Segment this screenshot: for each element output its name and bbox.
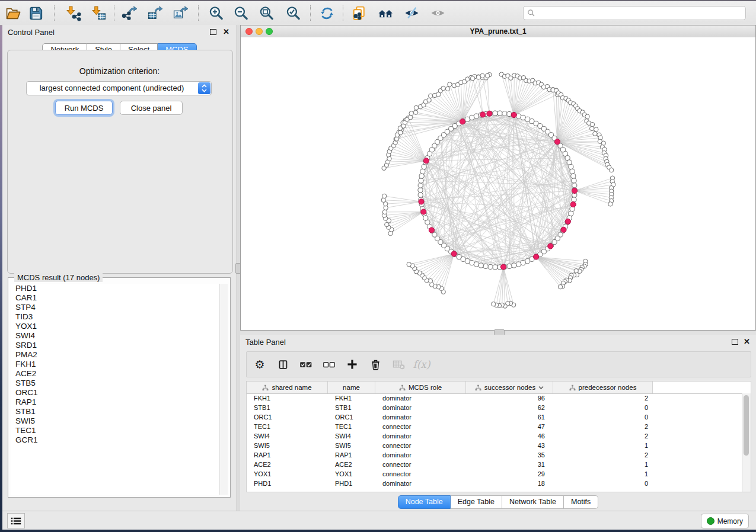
tab-edge-table[interactable]: Edge Table xyxy=(451,495,502,509)
network-canvas[interactable] xyxy=(241,37,755,330)
cell-shared_name: SWI5 xyxy=(247,441,328,450)
table-row-STB1[interactable]: STB1STB1dominator620 xyxy=(247,403,653,412)
tab-network-table[interactable]: Network Table xyxy=(502,495,564,509)
cell-shared_name: FKH1 xyxy=(247,393,328,403)
cell-predecessor_nodes: 0 xyxy=(553,403,653,412)
table-row-SWI4[interactable]: SWI4SWI4dominator462 xyxy=(247,431,653,441)
toolbar-separator xyxy=(343,5,343,21)
search-box[interactable] xyxy=(523,6,746,20)
mcds-result-item[interactable]: SRD1 xyxy=(11,341,219,350)
mcds-result-item[interactable]: SWI4 xyxy=(11,331,219,341)
mcds-result-item[interactable]: STB1 xyxy=(11,407,219,416)
table-row-RAP1[interactable]: RAP1RAP1dominator352 xyxy=(247,450,653,460)
mcds-result-item[interactable]: TEC1 xyxy=(11,426,219,435)
export-network-button[interactable] xyxy=(119,3,139,23)
cell-predecessor_nodes: 1 xyxy=(553,441,653,450)
column-header-successor-nodes[interactable]: successor nodes xyxy=(466,382,553,393)
import-network-button[interactable] xyxy=(63,3,83,23)
table-row-PHD1[interactable]: PHD1PHD1dominator180 xyxy=(247,479,653,488)
mcds-result-item[interactable]: ORC1 xyxy=(11,388,219,398)
tab-node-table[interactable]: Node Table xyxy=(398,495,451,509)
zoom-out-button[interactable] xyxy=(231,3,251,23)
float-panel-icon[interactable] xyxy=(210,29,216,35)
cell-mcds_role: dominator xyxy=(375,450,466,460)
search-input[interactable] xyxy=(538,7,745,19)
deselect-all-button[interactable] xyxy=(319,354,339,374)
table-row-ACE2[interactable]: ACE2ACE2connector311 xyxy=(247,460,653,469)
first-neighbors-button[interactable] xyxy=(375,3,395,23)
export-table-button[interactable] xyxy=(145,3,165,23)
mcds-result-item[interactable]: TID3 xyxy=(11,312,219,322)
cell-successor_nodes: 29 xyxy=(466,469,553,479)
close-panel-icon[interactable]: ✕ xyxy=(223,27,229,37)
table-row-FKH1[interactable]: FKH1FKH1dominator962 xyxy=(247,393,653,403)
cell-successor_nodes: 96 xyxy=(466,393,553,403)
mcds-result-item[interactable]: FKH1 xyxy=(11,360,219,369)
table-panel-tabs: Node TableEdge TableNetwork TableMotifs xyxy=(240,495,756,509)
run-mcds-button[interactable]: Run MCDS xyxy=(55,101,113,115)
mcds-result-item[interactable]: SWI5 xyxy=(11,416,219,426)
mcds-result-item[interactable]: STP4 xyxy=(11,303,219,312)
task-history-button[interactable] xyxy=(7,513,25,528)
split-view-button[interactable] xyxy=(273,354,293,374)
close-panel-button[interactable]: Close panel xyxy=(120,101,183,115)
column-header-shared-name[interactable]: shared name xyxy=(247,382,328,393)
table-row-TEC1[interactable]: TEC1TEC1connector472 xyxy=(247,422,653,431)
select-all-button[interactable] xyxy=(296,354,316,374)
mcds-result-item[interactable]: ACE2 xyxy=(11,369,219,379)
clone-network-icon xyxy=(351,5,367,21)
mcds-result-item[interactable]: PHD1 xyxy=(11,284,219,293)
table-row-YOX1[interactable]: YOX1YOX1connector291 xyxy=(247,469,653,479)
optimization-criterion-select[interactable]: largest connected component (undirected) xyxy=(26,81,212,95)
table-row-SWI5[interactable]: SWI5SWI5connector431 xyxy=(247,441,653,450)
toolbar-separator xyxy=(54,5,55,21)
save-session-icon xyxy=(28,5,44,21)
cell-name: SWI4 xyxy=(328,431,375,441)
zoom-fit-button[interactable] xyxy=(256,3,276,23)
mcds-result-item[interactable]: CAR1 xyxy=(11,293,219,303)
close-table-panel-icon[interactable]: ✕ xyxy=(744,336,750,347)
cell-mcds_role: dominator xyxy=(375,431,466,441)
mcds-result-scrollbar[interactable] xyxy=(219,284,228,495)
namespace-icon xyxy=(399,384,406,391)
table-scrollbar[interactable] xyxy=(742,393,751,492)
zoom-in-button[interactable] xyxy=(206,3,226,23)
cell-successor_nodes: 46 xyxy=(466,431,553,441)
cell-mcds_role: connector xyxy=(375,441,466,450)
horizontal-splitter[interactable] xyxy=(240,331,756,335)
cell-predecessor_nodes: 2 xyxy=(553,431,653,441)
table-settings-button[interactable]: ⚙ xyxy=(250,354,270,374)
cell-shared_name: ACE2 xyxy=(247,460,328,469)
add-column-button[interactable] xyxy=(342,354,362,374)
column-header-predecessor-nodes[interactable]: predecessor nodes xyxy=(553,382,653,393)
import-table-button[interactable] xyxy=(88,3,109,23)
memory-button[interactable]: Memory xyxy=(701,514,749,528)
mcds-result-item[interactable]: PMA2 xyxy=(11,350,219,360)
mcds-result-item[interactable]: RAP1 xyxy=(11,398,219,407)
hide-selected-button[interactable] xyxy=(401,3,422,23)
mcds-result-list[interactable]: PHD1CAR1STP4TID3YOX1SWI4SRD1PMA2FKH1ACE2… xyxy=(11,284,219,495)
refresh-button[interactable] xyxy=(317,3,337,23)
delete-column-button[interactable] xyxy=(365,354,385,374)
tab-motifs[interactable]: Motifs xyxy=(564,495,598,509)
export-image-button[interactable] xyxy=(170,3,190,23)
show-all-button[interactable] xyxy=(428,3,448,23)
clone-network-button[interactable] xyxy=(349,3,369,23)
mcds-result-item[interactable]: GCR1 xyxy=(11,435,219,445)
cell-name: RAP1 xyxy=(328,450,375,460)
mcds-result-item[interactable]: STB5 xyxy=(11,379,219,388)
column-header-name[interactable]: name xyxy=(328,382,375,393)
network-window-titlebar[interactable]: YPA_prune.txt_1 xyxy=(241,25,755,39)
float-table-panel-icon[interactable] xyxy=(732,339,738,345)
mcds-result-item[interactable]: YOX1 xyxy=(11,322,219,331)
import-network-icon xyxy=(65,5,81,21)
export-network-icon xyxy=(122,5,138,21)
zoom-selected-button[interactable] xyxy=(283,3,303,23)
column-header-MCDS-role[interactable]: MCDS role xyxy=(375,382,466,393)
open-file-button[interactable] xyxy=(3,3,23,23)
cell-successor_nodes: 43 xyxy=(466,441,553,450)
table-row-ORC1[interactable]: ORC1ORC1dominator610 xyxy=(247,412,653,422)
table-scrollbar-thumb[interactable] xyxy=(744,395,749,456)
save-session-button[interactable] xyxy=(25,3,46,23)
cell-mcds_role: connector xyxy=(375,422,466,431)
